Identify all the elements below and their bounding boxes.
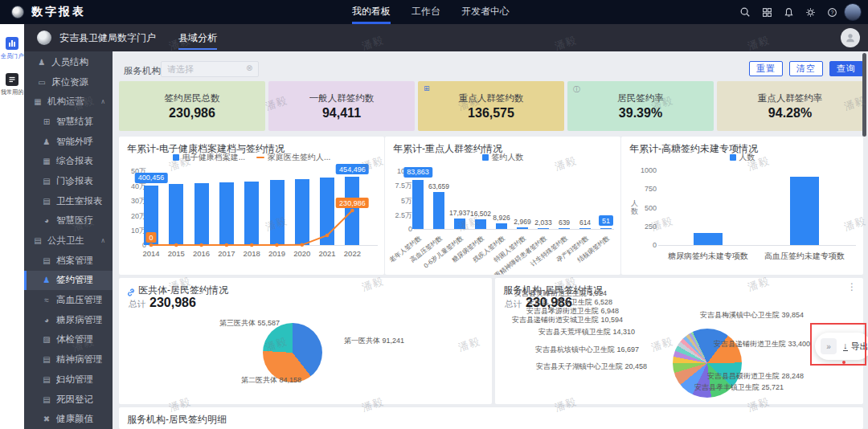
sidebar-item-精神病管理[interactable]: ▤精神病管理 <box>24 349 113 370</box>
portal-logo-icon <box>37 31 51 45</box>
sidebar: ♟人员结构▭床位资源▦机构运营∧⊞智慧结算♟智能外呼▦综合报表▤门诊报表▤卫生室… <box>24 51 113 429</box>
chart-legend: 签约人数 <box>385 152 620 163</box>
building-icon: ▦ <box>33 97 43 106</box>
sidebar-item-人员结构[interactable]: ♟人员结构 <box>24 52 113 72</box>
reset-button[interactable]: 重置 <box>749 61 783 76</box>
panel-chart-unbuilt-special: 年累计-高糖签约未建专项情况 人数人 数10007505002500糖尿病签约未… <box>621 137 863 275</box>
legend-marker <box>730 154 736 161</box>
legend-item[interactable]: 人数 <box>730 152 755 163</box>
data-label: 614 <box>579 219 591 227</box>
pie-slice-label: 安吉县杭垓镇中心卫生院 16,697 <box>535 345 639 355</box>
clear-button[interactable]: 清空 <box>789 61 823 76</box>
left-rail: 全员门户 我常用的 <box>0 24 24 429</box>
data-label-chip: 454,496 <box>336 164 369 174</box>
kpi-value: 136,575 <box>468 106 514 121</box>
bar <box>600 228 612 229</box>
sidebar-item-智慧医疗[interactable]: ◕智慧医疗 <box>24 211 113 231</box>
table-icon: ▦ <box>42 157 51 165</box>
help-icon[interactable]: ? <box>826 6 837 18</box>
kpi-row: 签约居民总数230,986一般人群签约数94,411⊞重点人群签约数136,57… <box>119 81 863 131</box>
bar <box>517 227 528 229</box>
kpi-value: 94,411 <box>322 106 361 121</box>
sidebar-item-签约管理[interactable]: ♟签约管理 <box>24 271 113 291</box>
search-icon[interactable] <box>739 6 751 18</box>
filter-buttons: 重置 清空 查询 <box>749 61 863 76</box>
chevron-up-icon: ∧ <box>100 98 105 105</box>
sidebar-item-label: 机构运营 <box>47 96 84 108</box>
pie-icon: ◕ <box>42 316 51 325</box>
panel-chart-key-groups: 年累计-重点人群签约情况 签约人数10万7.5万5万2.5万083,863老年人… <box>385 137 620 275</box>
app-title: 数字报表 <box>31 5 86 19</box>
bar <box>694 233 723 245</box>
kpi-card: 一般人群签约数94,411 <box>268 81 415 131</box>
pie-slice-label: 安吉县天荒坪镇卫生院 14,310 <box>538 327 635 337</box>
sidebar-item-床位资源[interactable]: ▭床位资源 <box>24 72 113 92</box>
sidebar-item-公共卫生[interactable]: ▤公共卫生∧ <box>24 231 113 251</box>
bar <box>559 228 570 229</box>
kebab-menu-icon[interactable]: ⋮ <box>847 281 857 292</box>
user-avatar[interactable] <box>844 3 862 21</box>
legend-marker <box>482 154 489 161</box>
sidebar-item-智慧结算[interactable]: ⊞智慧结算 <box>24 112 113 132</box>
pie-slice-label: 安吉县天子湖镇中心卫生院 20,458 <box>536 362 647 372</box>
portal-avatar[interactable] <box>841 28 860 47</box>
sidebar-item-label: 死因登记 <box>56 394 93 406</box>
legend-item[interactable]: 签约人数 <box>482 152 524 163</box>
doc-icon: ▤ <box>42 197 51 206</box>
tab-county-analysis[interactable]: 县域分析 <box>178 24 217 51</box>
bar <box>433 192 444 229</box>
sidebar-item-label: 档案管理 <box>56 255 93 267</box>
sidebar-item-健康颜值[interactable]: ✖健康颜值 <box>24 409 113 429</box>
sidebar-item-机构运营[interactable]: ▦机构运营∧ <box>24 92 113 112</box>
sidebar-item-高血压管理[interactable]: ≈高血压管理 <box>24 290 113 310</box>
bar <box>496 223 507 229</box>
sidebar-item-label: 智能外呼 <box>56 136 93 148</box>
scrollbar-thumb[interactable] <box>862 53 866 137</box>
data-label-chip: 230,986 <box>336 198 369 208</box>
top-nav-item[interactable]: 工作台 <box>411 0 440 24</box>
sidebar-item-妇幼管理[interactable]: ▤妇幼管理 <box>24 370 113 390</box>
kpi-title: 一般人群签约数 <box>309 92 375 104</box>
top-nav-item[interactable]: 我的看板 <box>352 0 391 24</box>
legend-label: 签约人数 <box>492 152 524 163</box>
sidebar-item-智能外呼[interactable]: ♟智能外呼 <box>24 132 113 152</box>
sidebar-item-卫生室报表[interactable]: ▤卫生室报表 <box>24 191 113 211</box>
top-nav-item[interactable]: 开发者中心 <box>461 0 510 24</box>
bell-icon[interactable] <box>783 6 794 18</box>
filter-label: 服务机构: <box>124 65 163 77</box>
y-axis-tick: 0 <box>636 241 657 249</box>
sidebar-item-label: 精神病管理 <box>56 353 103 366</box>
pie-chart[interactable] <box>263 323 322 382</box>
sidebar-item-综合报表[interactable]: ▦综合报表 <box>24 151 113 171</box>
data-label: 2,033 <box>534 219 551 227</box>
svg-text:?: ? <box>830 9 833 14</box>
sidebar-item-label: 智慧结算 <box>56 116 93 128</box>
panel-pie-medical-community: 医共体-居民签约情况 总计 230,986 第一医共体 91,241第二医共体 … <box>119 278 492 404</box>
rail-item-favorites[interactable]: 我常用的 <box>0 73 24 96</box>
data-label: 2,969 <box>514 218 530 226</box>
sidebar-item-糖尿病管理[interactable]: ◕糖尿病管理 <box>24 310 113 330</box>
cross-icon: ✖ <box>42 415 51 423</box>
pie-slice-label: 安吉县孝丰镇卫生院 25,721 <box>694 382 784 393</box>
sidebar-item-label: 体检管理 <box>56 333 93 345</box>
portal-bar: 安吉县卫健局数字门户 县域分析 <box>24 24 868 51</box>
app-logo-icon <box>11 6 24 18</box>
apps-icon[interactable] <box>761 6 772 18</box>
org-select-input[interactable] <box>161 61 259 77</box>
bar <box>412 180 424 229</box>
clear-input-icon[interactable]: ⊗ <box>246 63 252 72</box>
bar <box>454 219 465 229</box>
sidebar-item-门诊报表[interactable]: ▤门诊报表 <box>24 171 113 191</box>
kpi-title: 重点人群签约率 <box>758 92 823 104</box>
y-axis-tick: 5万 <box>391 196 412 206</box>
y-axis-tick: 1000 <box>636 166 657 174</box>
sidebar-item-死因登记[interactable]: ▤死因登记 <box>24 390 113 410</box>
topbar-icons: ? <box>739 0 837 24</box>
sidebar-item-体检管理[interactable]: ▨体检管理 <box>24 330 113 350</box>
sidebar-item-档案管理[interactable]: ▤档案管理 <box>24 251 113 271</box>
query-button[interactable]: 查询 <box>829 61 863 76</box>
rail-item-portal[interactable]: 全员门户 <box>0 37 24 60</box>
gear-icon[interactable] <box>805 6 816 18</box>
panel-pie-service-orgs: 服务机构-居民签约情况 总计 230,986 ⋮ 安吉县梅溪镇中心卫生院 39,… <box>495 278 863 404</box>
main-content: 服务机构: ⊗ 重置 清空 查询 签约居民总数230,986一般人群签约数94,… <box>113 51 868 429</box>
